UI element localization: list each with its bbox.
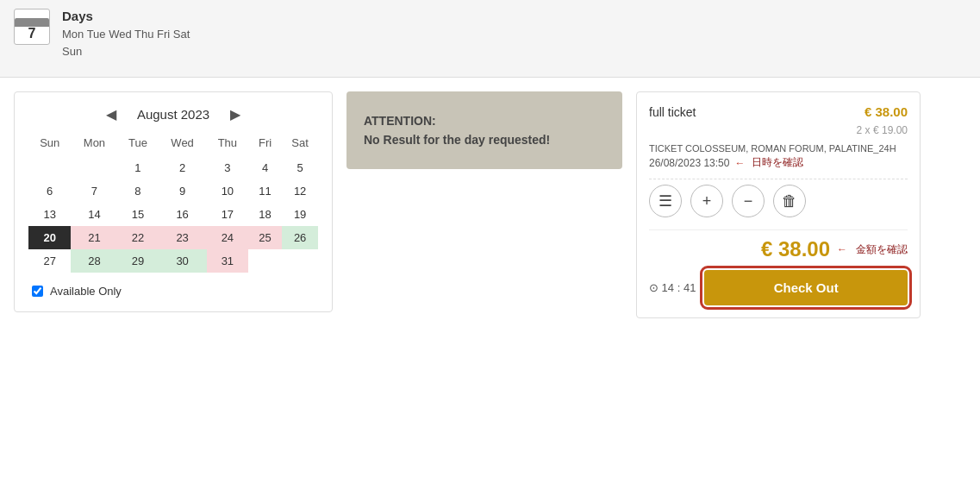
checkout-button[interactable]: Check Out [704, 270, 908, 305]
calendar-icon: 7 [14, 9, 50, 45]
list-button[interactable]: ☰ [649, 185, 682, 217]
days-line2: Sun [62, 45, 82, 58]
calendar-cell[interactable]: 18 [248, 203, 282, 226]
calendar-row: 6789101112 [28, 179, 318, 203]
calendar-cell[interactable]: 8 [117, 179, 158, 203]
days-subtitle: Mon Tue Wed Thu Fri Sat Sun [62, 26, 190, 60]
ticket-panel: full ticket € 38.00 2 x € 19.00 TICKET C… [636, 91, 921, 318]
weekday-fri: Fri [248, 133, 282, 156]
weekday-sun: Sun [28, 133, 71, 156]
trash-button[interactable]: 🗑 [773, 185, 806, 217]
ticket-actions: ☰ + − 🗑 [649, 179, 908, 217]
available-only-label: Available Only [50, 285, 122, 298]
calendar-weekday-row: Sun Mon Tue Wed Thu Fri Sat [28, 133, 318, 156]
ticket-datetime-value: 26/08/2023 13:50 [649, 157, 729, 169]
available-only-checkbox[interactable] [32, 286, 43, 297]
ticket-header: full ticket € 38.00 [649, 104, 908, 119]
trash-icon: 🗑 [782, 192, 797, 210]
attention-message: No Result for the day requested! [364, 133, 605, 147]
calendar-cell[interactable]: 5 [282, 156, 318, 179]
calendar-cell[interactable]: 21 [71, 226, 117, 249]
calendar-cell[interactable]: 17 [207, 203, 248, 226]
calendar-cell[interactable]: 14 [71, 203, 117, 226]
calendar-cell[interactable]: 10 [207, 179, 248, 203]
total-amount: € 38.00 [761, 237, 830, 261]
total-row: € 38.00 ← 金額を確認 [649, 229, 908, 261]
calendar-cell [71, 156, 117, 179]
amount-confirm-link[interactable]: 金額を確認 [856, 242, 908, 257]
calendar-row: 20212223242526 [28, 226, 318, 249]
datetime-arrow: ← [734, 157, 745, 169]
calendar-grid: Sun Mon Tue Wed Thu Fri Sat 123456789101… [28, 133, 318, 273]
attention-title: ATTENTION: [364, 114, 605, 128]
minus-button[interactable]: − [732, 185, 765, 217]
calendar-cell[interactable]: 12 [282, 179, 318, 203]
calendar-cell [248, 249, 282, 273]
calendar-cell[interactable]: 23 [158, 226, 207, 249]
calendar-cell[interactable]: 7 [71, 179, 117, 203]
datetime-confirm-link[interactable]: 日時を確認 [752, 155, 803, 170]
header-text: Days Mon Tue Wed Thu Fri Sat Sun [62, 9, 190, 60]
calendar-cell[interactable]: 4 [248, 156, 282, 179]
attention-panel: ATTENTION: No Result for the day request… [346, 91, 622, 169]
calendar-row: 2728293031 [28, 249, 318, 273]
calendar-row: 13141516171819 [28, 203, 318, 226]
calendar-nav: ◀ August 2023 ▶ [28, 106, 318, 122]
calendar-cell[interactable]: 20 [28, 226, 71, 249]
calendar-cell[interactable]: 1 [117, 156, 158, 179]
calendar-cell[interactable]: 9 [158, 179, 207, 203]
calendar-cell[interactable]: 19 [282, 203, 318, 226]
main-area: ◀ August 2023 ▶ Sun Mon Tue Wed Thu Fri … [0, 78, 980, 332]
checkout-row: ⊙ 14 : 41 Check Out [649, 270, 908, 305]
weekday-tue: Tue [117, 133, 158, 156]
calendar-cell[interactable]: 24 [207, 226, 248, 249]
weekday-wed: Wed [158, 133, 207, 156]
month-label: August 2023 [137, 107, 209, 122]
weekday-sat: Sat [282, 133, 318, 156]
available-only-row: Available Only [28, 285, 318, 298]
weekday-thu: Thu [207, 133, 248, 156]
calendar-cell[interactable]: 13 [28, 203, 71, 226]
calendar-body: 1234567891011121314151617181920212223242… [28, 156, 318, 273]
calendar-cell [282, 249, 318, 273]
calendar-cell[interactable]: 31 [207, 249, 248, 273]
minus-icon: − [744, 192, 753, 210]
calendar-cell[interactable]: 11 [248, 179, 282, 203]
calendar-cell[interactable]: 3 [207, 156, 248, 179]
calendar-cell[interactable]: 28 [71, 249, 117, 273]
ticket-total-price: € 38.00 [865, 104, 908, 119]
calendar-cell[interactable]: 6 [28, 179, 71, 203]
amount-arrow: ← [837, 243, 847, 255]
calendar-cell [28, 156, 71, 179]
ticket-name: full ticket [649, 105, 696, 119]
next-month-button[interactable]: ▶ [227, 106, 244, 122]
plus-icon: + [702, 192, 712, 210]
calendar-cell[interactable]: 26 [282, 226, 318, 249]
timer-label: ⊙ 14 : 41 [649, 281, 696, 294]
ticket-unit-price: 2 x € 19.00 [649, 124, 908, 136]
ticket-description: TICKET COLOSSEUM, ROMAN FORUM, PALATINE_… [649, 143, 908, 154]
ticket-datetime-row: 26/08/2023 13:50 ← 日時を確認 [649, 155, 908, 170]
plus-button[interactable]: + [690, 185, 723, 217]
calendar-cell[interactable]: 30 [158, 249, 207, 273]
calendar-icon-number: 7 [28, 27, 36, 41]
calendar-cell[interactable]: 25 [248, 226, 282, 249]
top-header: 7 Days Mon Tue Wed Thu Fri Sat Sun [0, 0, 980, 78]
calendar-cell[interactable]: 22 [117, 226, 158, 249]
calendar-cell[interactable]: 27 [28, 249, 71, 273]
calendar-cell[interactable]: 16 [158, 203, 207, 226]
calendar-panel: ◀ August 2023 ▶ Sun Mon Tue Wed Thu Fri … [14, 91, 333, 312]
prev-month-button[interactable]: ◀ [103, 106, 120, 122]
days-title: Days [62, 9, 190, 23]
calendar-row: 12345 [28, 156, 318, 179]
days-line1: Mon Tue Wed Thu Fri Sat [62, 28, 190, 41]
calendar-cell[interactable]: 2 [158, 156, 207, 179]
list-icon: ☰ [659, 192, 672, 210]
calendar-cell[interactable]: 15 [117, 203, 158, 226]
weekday-mon: Mon [71, 133, 117, 156]
calendar-cell[interactable]: 29 [117, 249, 158, 273]
